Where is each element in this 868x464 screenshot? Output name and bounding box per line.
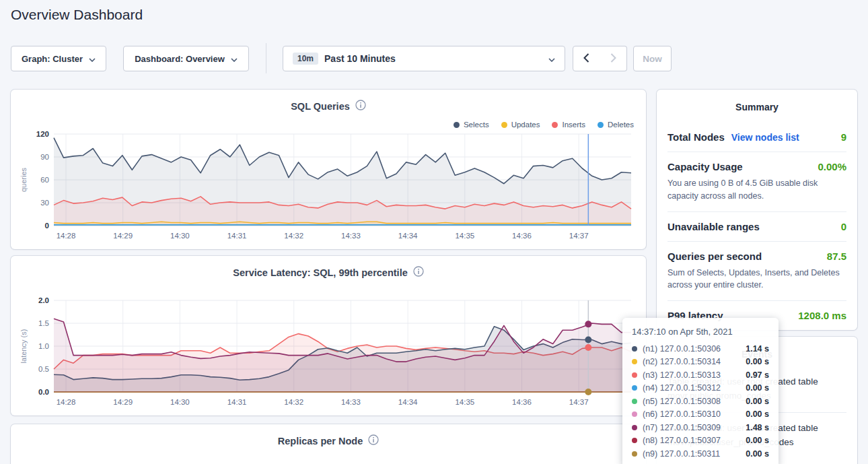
tooltip-node-label: (n6) 127.0.0.1:50310	[643, 409, 721, 419]
tooltip-row: (n8) 127.0.0.1:503070.00 s	[632, 434, 769, 448]
tooltip-node-value: 0.00 s	[746, 357, 769, 366]
summary-row: Capacity Usage0.00%You are using 0 B of …	[667, 152, 846, 211]
chevron-down-icon	[548, 53, 555, 64]
tooltip-timestamp: 14:37:10 on Apr 5th, 2021	[632, 327, 769, 337]
svg-text:14:36: 14:36	[512, 232, 532, 240]
series-color-dot	[632, 385, 637, 391]
service-latency-chart[interactable]: 14:2814:2914:3014:3114:3214:3314:3414:35…	[17, 294, 637, 409]
tooltip-row: (n6) 127.0.0.1:503100.00 s	[632, 408, 769, 422]
summary-row-label: Total Nodes	[667, 131, 725, 143]
svg-text:14:31: 14:31	[227, 398, 247, 406]
series-color-dot	[632, 372, 637, 378]
tooltip-node-label: (n4) 127.0.0.1:50312	[643, 383, 721, 393]
sql-queries-chart[interactable]: 14:2814:2914:3014:3114:3214:3314:3414:35…	[17, 127, 637, 243]
svg-text:30: 30	[40, 199, 49, 207]
svg-text:120: 120	[36, 130, 49, 138]
summary-row-head: Queries per second87.5	[667, 251, 846, 262]
time-range-label: Past 10 Minutes	[324, 53, 396, 64]
summary-row-label: Queries per second	[667, 251, 762, 262]
svg-text:14:31: 14:31	[227, 232, 247, 240]
svg-text:14:37: 14:37	[569, 232, 589, 240]
tooltip-node-label: (n3) 127.0.0.1:50313	[643, 370, 721, 380]
tooltip-node-value: 0.97 s	[746, 370, 769, 380]
tooltip-node-label: (n5) 127.0.0.1:50308	[643, 397, 721, 406]
dashboard-dropdown-label: Dashboard: Overview	[135, 54, 225, 64]
svg-text:90: 90	[40, 153, 49, 161]
svg-text:60: 60	[40, 176, 49, 184]
svg-text:14:37: 14:37	[569, 398, 589, 406]
chart-hover-tooltip: 14:37:10 on Apr 5th, 2021 (n1) 127.0.0.1…	[622, 318, 779, 464]
tooltip-row: (n2) 127.0.0.1:503140.00 s	[632, 356, 769, 369]
tooltip-row: (n3) 127.0.0.1:503130.97 s	[632, 368, 769, 382]
svg-text:2.0: 2.0	[38, 296, 49, 304]
summary-row-head: Unavailable ranges0	[667, 221, 846, 232]
svg-text:14:36: 14:36	[512, 398, 532, 406]
info-icon[interactable]	[413, 266, 424, 279]
summary-row-desc: You are using 0 B of 4.5 GiB usable disk…	[667, 177, 846, 203]
svg-text:queries: queries	[20, 167, 28, 192]
summary-row: Total NodesView nodes list9	[667, 119, 846, 152]
tooltip-node-label: (n8) 127.0.0.1:50307	[643, 436, 721, 445]
tooltip-row: (n5) 127.0.0.1:503080.00 s	[632, 395, 769, 408]
view-nodes-list-link[interactable]: View nodes list	[731, 132, 799, 143]
now-button[interactable]: Now	[633, 46, 672, 71]
svg-text:0.5: 0.5	[38, 365, 49, 373]
info-icon[interactable]	[355, 100, 366, 112]
tooltip-node-value: 0.00 s	[746, 383, 769, 393]
svg-text:14:32: 14:32	[284, 398, 303, 406]
summary-rows: Total NodesView nodes list9Capacity Usag…	[657, 119, 857, 330]
summary-row-head: Capacity Usage0.00%	[667, 161, 846, 172]
graph-dropdown[interactable]: Graph: Cluster	[11, 46, 106, 71]
series-color-dot	[632, 411, 637, 417]
series-color-dot	[632, 346, 637, 352]
svg-text:14:33: 14:33	[341, 398, 361, 406]
tooltip-node-value: 0.00 s	[746, 436, 769, 445]
tooltip-node-label: (n9) 127.0.0.1:50311	[643, 449, 720, 459]
page-title: Overview Dashboard	[11, 7, 143, 23]
summary-row-value: 9	[841, 131, 846, 143]
svg-text:14:34: 14:34	[398, 398, 418, 406]
svg-text:14:29: 14:29	[113, 232, 133, 240]
tooltip-node-label: (n7) 127.0.0.1:50309	[643, 423, 721, 432]
tooltip-row: (n4) 127.0.0.1:503120.00 s	[632, 382, 769, 395]
info-icon[interactable]	[368, 434, 379, 447]
summary-title: Summary	[657, 90, 857, 119]
tooltip-row: (n1) 127.0.0.1:503061.14 s	[632, 342, 769, 356]
series-color-dot	[632, 425, 637, 430]
replicas-per-node-title: Replicas per Node	[278, 436, 363, 446]
toolbar-divider	[266, 43, 266, 73]
sql-queries-card: SQL Queries SelectsUpdatesInsertsDeletes…	[11, 90, 646, 249]
tooltip-node-value: 1.14 s	[746, 344, 769, 354]
svg-text:0.0: 0.0	[38, 388, 49, 396]
service-latency-title: Service Latency: SQL, 99th percentile	[233, 267, 408, 278]
series-color-dot	[632, 359, 637, 364]
time-next-button[interactable]	[600, 46, 627, 71]
replicas-per-node-card: Replicas per Node	[11, 424, 646, 464]
svg-text:14:29: 14:29	[113, 398, 133, 406]
series-color-dot	[632, 451, 637, 457]
tooltip-rows: (n1) 127.0.0.1:503061.14 s(n2) 127.0.0.1…	[632, 342, 769, 461]
svg-text:14:33: 14:33	[341, 232, 361, 240]
svg-text:1.0: 1.0	[38, 342, 49, 350]
chevron-left-icon	[583, 53, 589, 65]
tooltip-node-label: (n1) 127.0.0.1:50306	[643, 344, 721, 354]
summary-row-value: 0.00%	[818, 161, 846, 172]
sql-queries-title: SQL Queries	[291, 101, 350, 112]
time-range-dropdown[interactable]: 10m Past 10 Minutes	[283, 46, 565, 71]
tooltip-row: (n7) 127.0.0.1:503091.48 s	[632, 421, 769, 434]
time-prev-button[interactable]	[573, 46, 600, 71]
svg-text:14:35: 14:35	[455, 398, 474, 406]
svg-text:14:30: 14:30	[170, 232, 190, 240]
svg-text:14:34: 14:34	[398, 232, 418, 240]
summary-row: Unavailable ranges0	[667, 211, 846, 241]
chevron-down-icon	[89, 54, 96, 64]
summary-panel: Summary Total NodesView nodes list9Capac…	[657, 90, 857, 330]
svg-text:0: 0	[45, 222, 49, 230]
svg-text:14:28: 14:28	[57, 398, 76, 406]
time-range-badge: 10m	[293, 53, 318, 65]
svg-text:14:28: 14:28	[57, 232, 76, 240]
dashboard-dropdown[interactable]: Dashboard: Overview	[123, 46, 249, 71]
tooltip-node-value: 0.00 s	[746, 409, 769, 419]
series-color-dot	[632, 438, 637, 443]
tooltip-node-value: 0.00 s	[746, 449, 769, 459]
